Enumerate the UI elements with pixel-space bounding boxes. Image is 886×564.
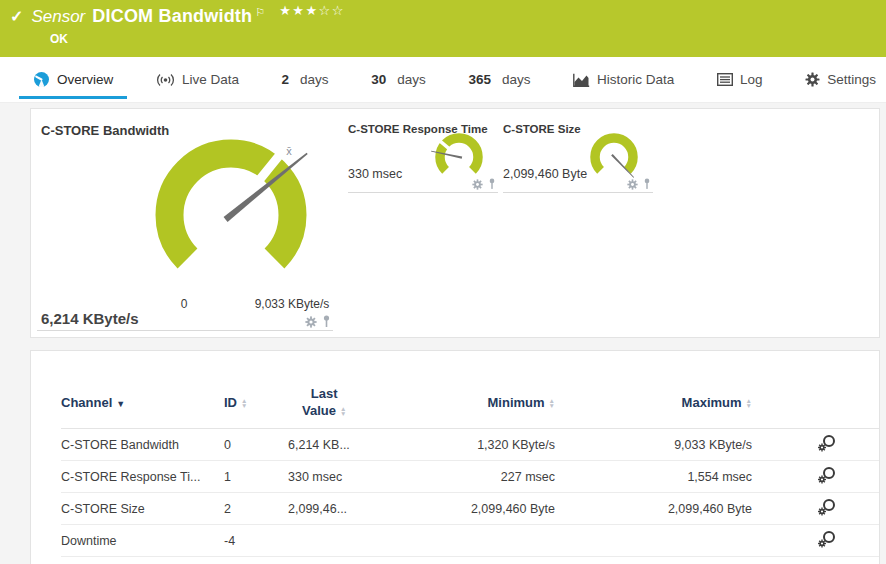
tab-overview[interactable]: Overview xyxy=(27,57,119,102)
pin-icon[interactable] xyxy=(488,178,496,190)
tab-settings-label: Settings xyxy=(827,72,876,87)
tab-2-days-label: days xyxy=(300,72,329,87)
tile-divider xyxy=(503,192,653,193)
tab-365-days-number: 365 xyxy=(468,72,491,87)
channel-settings-icon[interactable] xyxy=(817,498,836,519)
cell-id: -4 xyxy=(224,534,288,548)
tab-30-days[interactable]: 30 days xyxy=(365,57,432,102)
tile-divider xyxy=(37,330,333,331)
channel-settings-icon[interactable] xyxy=(817,434,836,455)
gauge-tile-response-time[interactable]: C-STORE Response Time 330 msec xyxy=(348,117,498,187)
gauge-settings-gear-icon[interactable] xyxy=(627,179,638,190)
tile-divider xyxy=(348,192,498,193)
channel-table-panel: Channel ▼ ID ▲▼ Last Value ▲▼ Minimum ▲▼… xyxy=(30,350,880,564)
pin-icon[interactable] xyxy=(643,178,651,190)
cell-minimum: 227 msec xyxy=(400,470,555,484)
tab-365-days-label: days xyxy=(502,72,531,87)
cell-minimum: 1,320 KByte/s xyxy=(400,438,555,452)
tab-historic-data[interactable]: Historic Data xyxy=(567,57,680,102)
table-row[interactable]: C-STORE Response Ti... 1 330 msec 227 ms… xyxy=(61,461,879,493)
gauge-tile-bandwidth[interactable]: C-STORE Bandwidth x̄ 0 9,033 KByte/s 6,2… xyxy=(31,109,341,339)
cell-channel[interactable]: Downtime xyxy=(61,534,224,548)
sort-both-icon: ▲▼ xyxy=(746,398,752,408)
tab-2-days-number: 2 xyxy=(282,72,290,87)
stars-empty: ☆☆ xyxy=(319,3,345,18)
cell-id: 1 xyxy=(224,470,288,484)
tab-2-days[interactable]: 2 days xyxy=(276,57,335,102)
flag-icon[interactable]: ⚐ xyxy=(255,6,265,19)
column-header-id[interactable]: ID ▲▼ xyxy=(224,395,288,410)
channel-table: Channel ▼ ID ▲▼ Last Value ▲▼ Minimum ▲▼… xyxy=(31,351,879,557)
cell-minimum: 2,099,460 Byte xyxy=(400,502,555,516)
gauge-settings-gear-icon[interactable] xyxy=(472,179,483,190)
log-list-icon xyxy=(717,73,733,86)
tab-log[interactable]: Log xyxy=(711,57,769,102)
gauge-scale-min: 0 xyxy=(181,297,188,311)
column-header-channel[interactable]: Channel ▼ xyxy=(61,395,224,410)
cell-last-value: 2,099,46... xyxy=(288,502,400,516)
priority-stars[interactable]: ★★★☆☆ xyxy=(279,3,345,18)
status-badge: OK xyxy=(50,32,876,46)
tab-30-days-number: 30 xyxy=(371,72,386,87)
gauge-title: C-STORE Size xyxy=(503,123,581,135)
column-header-minimum[interactable]: Minimum ▲▼ xyxy=(400,395,555,410)
cell-id: 0 xyxy=(224,438,288,452)
sort-both-icon: ▲▼ xyxy=(340,406,346,416)
tab-live-data-label: Live Data xyxy=(182,72,239,87)
channel-settings-icon[interactable] xyxy=(817,530,836,551)
gauge-current-value: 330 msec xyxy=(348,167,402,181)
area-chart-icon xyxy=(573,73,590,87)
object-kind-label: Sensor xyxy=(31,7,85,27)
tab-bar: Overview Live Data 2 days 30 days 365 da… xyxy=(0,57,886,103)
cell-maximum: 9,033 KByte/s xyxy=(555,438,752,452)
cell-last-value: 6,214 KB... xyxy=(288,438,400,452)
tab-365-days[interactable]: 365 days xyxy=(462,57,536,102)
page-title: DICOM Bandwidth xyxy=(92,6,252,27)
tab-log-label: Log xyxy=(740,72,763,87)
gauges-panel: C-STORE Bandwidth x̄ 0 9,033 KByte/s 6,2… xyxy=(30,108,880,338)
cell-id: 2 xyxy=(224,502,288,516)
table-header-row: Channel ▼ ID ▲▼ Last Value ▲▼ Minimum ▲▼… xyxy=(61,377,879,429)
tab-overview-label: Overview xyxy=(57,72,113,87)
gear-icon xyxy=(805,72,820,87)
sort-desc-icon: ▼ xyxy=(116,399,125,409)
gauge-current-value: 6,214 KByte/s xyxy=(41,310,139,327)
table-row[interactable]: C-STORE Size 2 2,099,46... 2,099,460 Byt… xyxy=(61,493,879,525)
cell-channel[interactable]: C-STORE Size xyxy=(61,502,224,516)
table-row[interactable]: Downtime -4 xyxy=(61,525,879,557)
bandwidth-gauge: x̄ 0 9,033 KByte/s xyxy=(131,115,331,323)
cell-channel[interactable]: C-STORE Bandwidth xyxy=(61,438,224,452)
pin-icon[interactable] xyxy=(322,315,331,328)
gauge-tile-size[interactable]: C-STORE Size 2,099,460 Byte xyxy=(503,117,653,187)
tab-settings[interactable]: Settings xyxy=(799,57,882,102)
cell-channel[interactable]: C-STORE Response Ti... xyxy=(61,470,224,484)
tab-30-days-label: days xyxy=(397,72,426,87)
channel-settings-icon[interactable] xyxy=(817,466,836,487)
cell-last-value: 330 msec xyxy=(288,470,400,484)
gauge-icon xyxy=(33,71,50,88)
average-marker-label: x̄ xyxy=(286,145,292,157)
gauge-scale-max: 9,033 KByte/s xyxy=(255,297,330,311)
sort-both-icon: ▲▼ xyxy=(241,398,247,408)
sensor-status-header: ✓ Sensor DICOM Bandwidth ⚐ ★★★☆☆ OK xyxy=(0,0,886,57)
cell-maximum: 2,099,460 Byte xyxy=(555,502,752,516)
column-header-maximum[interactable]: Maximum ▲▼ xyxy=(555,395,752,410)
tab-historic-data-label: Historic Data xyxy=(597,72,674,87)
gauge-current-value: 2,099,460 Byte xyxy=(503,167,587,181)
sort-both-icon: ▲▼ xyxy=(549,398,555,408)
gauge-settings-gear-icon[interactable] xyxy=(305,316,317,328)
broadcast-icon xyxy=(156,73,175,87)
status-check-icon: ✓ xyxy=(10,7,23,26)
cell-maximum: 1,554 msec xyxy=(555,470,752,484)
table-row[interactable]: C-STORE Bandwidth 0 6,214 KB... 1,320 KB… xyxy=(61,429,879,461)
column-header-last-value[interactable]: Last Value ▲▼ xyxy=(302,386,346,419)
stars-filled: ★★★ xyxy=(279,3,318,18)
tab-live-data[interactable]: Live Data xyxy=(150,57,245,102)
